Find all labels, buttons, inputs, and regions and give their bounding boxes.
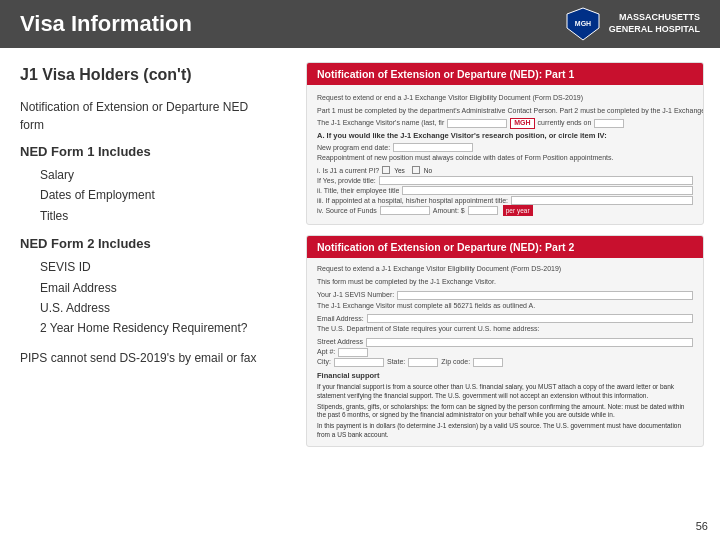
form-source-label: iv. Source of Funds <box>317 206 377 216</box>
card2-financial-text1: If your financial support is from a sour… <box>317 383 693 401</box>
ned1-item-titles: Titles <box>20 206 270 226</box>
card2-zip-input[interactable] <box>473 358 503 367</box>
per-year-badge: per year <box>503 205 533 216</box>
main-content: J1 Visa Holders (con't) Notification of … <box>0 48 720 540</box>
card2-state-input[interactable] <box>408 358 438 367</box>
radio-no[interactable] <box>412 166 420 174</box>
card2-street-input[interactable] <box>366 338 693 347</box>
form-new-end-input[interactable] <box>393 143 473 152</box>
card2-city-row: City: State: Zip code: <box>317 358 693 367</box>
form-employee-label: ii. Title, their employee title <box>317 186 399 196</box>
card2-zip-label: Zip code: <box>441 357 470 368</box>
card2-apt-input[interactable] <box>338 348 368 357</box>
right-panel: Notification of Extension or Departure (… <box>290 48 720 540</box>
ned-part1-card: Notification of Extension or Departure (… <box>306 62 704 225</box>
logo-area: MGH MASSACHUSETTS GENERAL HOSPITAL <box>565 6 700 42</box>
form-name-input[interactable] <box>447 119 507 128</box>
form-new-end-label: New program end date: <box>317 143 390 153</box>
card2-city-input[interactable] <box>334 358 384 367</box>
card2-email-label: Email Address: <box>317 314 364 325</box>
mgh-badge: MGH <box>510 118 534 129</box>
pips-text: PIPS cannot send DS-2019's by email or f… <box>20 349 270 367</box>
ned2-title: NED Form 2 Includes <box>20 236 270 251</box>
card2-must-label: This form must be completed by the J-1 E… <box>317 277 496 288</box>
card2-sevis-input[interactable] <box>397 291 693 300</box>
card2-us-label: The U.S. Department of State requires yo… <box>317 324 540 335</box>
ned2-block: NED Form 2 Includes SEVIS ID Email Addre… <box>20 236 270 339</box>
card2-street-label: Street Address <box>317 337 363 348</box>
form-appointed-row: iii. If appointed at a hospital, his/her… <box>317 196 693 205</box>
ned2-item-address: U.S. Address <box>20 298 270 318</box>
ned1-title: NED Form 1 Includes <box>20 144 270 159</box>
ned-part1-header: Notification of Extension or Departure (… <box>307 63 703 85</box>
card2-email-row: Email Address: <box>317 314 693 323</box>
form-employee-row: ii. Title, their employee title <box>317 186 693 195</box>
form-amount-input[interactable] <box>468 206 498 215</box>
page-number: 56 <box>696 520 708 532</box>
form-amount-label: Amount: $ <box>433 206 465 216</box>
radio-yes[interactable] <box>382 166 390 174</box>
ned-part2-header: Notification of Extension or Departure (… <box>307 236 703 258</box>
card2-apt-label: Apt #: <box>317 347 335 358</box>
form-new-end-row: New program end date: <box>317 143 693 152</box>
yes-label: Yes <box>394 166 405 175</box>
ned2-item-sevis: SEVIS ID <box>20 257 270 277</box>
form-appointed-input[interactable] <box>511 196 693 205</box>
form-part-note-row: Part 1 must be completed by the departme… <box>317 106 693 116</box>
ned1-item-salary: Salary <box>20 165 270 185</box>
card2-street-row: Street Address <box>317 338 693 347</box>
card2-financial-text2: Stipends, grants, gifts, or scholarships… <box>317 403 693 421</box>
form-source-row: iv. Source of Funds Amount: $ per year <box>317 206 693 215</box>
form-yes-radio[interactable]: Yes <box>382 166 405 175</box>
card2-apt-row: Apt #: <box>317 348 693 357</box>
card2-note-row: The J-1 Exchange Visitor must complete a… <box>317 301 693 312</box>
card2-state-label: State: <box>387 357 405 368</box>
ned2-item-2year: 2 Year Home Residency Requirement? <box>20 318 270 338</box>
form-no-radio[interactable]: No <box>412 166 432 175</box>
ned2-item-email: Email Address <box>20 278 270 298</box>
no-label: No <box>424 166 432 175</box>
form-name-row: The J-1 Exchange Visitor's name (last, f… <box>317 119 693 128</box>
form-ifthen-label: If Yes, provide title: <box>317 176 376 186</box>
form-intro-row: Request to extend or end a J-1 Exchange … <box>317 93 693 103</box>
card2-intro-label: Request to extend a J-1 Exchange Visitor… <box>317 264 561 275</box>
header-title: Visa Information <box>20 11 192 37</box>
form-exchange-label: The J-1 Exchange Visitor's name (last, f… <box>317 118 444 128</box>
form-part-note: Part 1 must be completed by the departme… <box>317 106 704 116</box>
card2-note-label: The J-1 Exchange Visitor must complete a… <box>317 301 535 312</box>
logo-text: MASSACHUSETTS GENERAL HOSPITAL <box>609 12 700 35</box>
form-intro-label: Request to extend or end a J-1 Exchange … <box>317 93 583 103</box>
section-title: J1 Visa Holders (con't) <box>20 66 270 84</box>
form-appointed-label: iii. If appointed at a hospital, his/her… <box>317 196 508 206</box>
form-j1-pi-row: i. Is J1 a current PI? Yes No <box>317 166 693 175</box>
form-employee-input[interactable] <box>402 186 693 195</box>
form-note-label: Reappointment of new position must alway… <box>317 153 614 163</box>
page-header: Visa Information MGH MASSACHUSETTS GENER… <box>0 0 720 48</box>
form-currently-label: currently ends on <box>538 118 592 128</box>
ned-part2-card: Notification of Extension or Departure (… <box>306 235 704 447</box>
form-j1-label: i. Is J1 a current PI? <box>317 166 379 176</box>
form-date-input[interactable] <box>594 119 624 128</box>
form-ifthen-row: If Yes, provide title: <box>317 176 693 185</box>
mgh-shield-icon: MGH <box>565 6 601 42</box>
form-source-input[interactable] <box>380 206 430 215</box>
card2-intro-row: Request to extend a J-1 Exchange Visitor… <box>317 264 693 275</box>
ned1-block: NED Form 1 Includes Salary Dates of Empl… <box>20 144 270 226</box>
card2-financial-title: Financial support <box>317 370 693 381</box>
card2-sevis-row: Your J-1 SEVIS Number: <box>317 291 693 300</box>
card2-us-row: The U.S. Department of State requires yo… <box>317 324 693 335</box>
ned1-item-dates: Dates of Employment <box>20 185 270 205</box>
card2-email-input[interactable] <box>367 314 693 323</box>
form-reappointment-note: Reappointment of new position must alway… <box>317 153 693 163</box>
notification-label: Notification of Extension or Departure N… <box>20 98 270 134</box>
svg-text:MGH: MGH <box>575 20 591 27</box>
left-panel: J1 Visa Holders (con't) Notification of … <box>0 48 290 540</box>
form-section-a-label: A. If you would like the J-1 Exchange Vi… <box>317 131 693 142</box>
ned-part1-body: Request to extend or end a J-1 Exchange … <box>307 85 703 224</box>
card2-sevis-label: Your J-1 SEVIS Number: <box>317 290 394 301</box>
card2-must-row: This form must be completed by the J-1 E… <box>317 277 693 288</box>
card2-city-label: City: <box>317 357 331 368</box>
ned-part2-body: Request to extend a J-1 Exchange Visitor… <box>307 258 703 446</box>
card2-financial-text3: In this payment is in dollars (to determ… <box>317 422 693 440</box>
form-ifthen-input[interactable] <box>379 176 693 185</box>
